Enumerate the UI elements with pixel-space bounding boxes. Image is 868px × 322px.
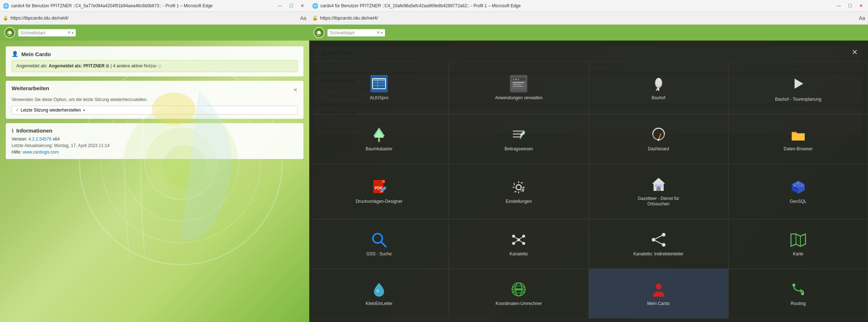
app-item-routing[interactable]: Routing xyxy=(728,269,868,318)
app-item-gss[interactable]: GSS - Suche xyxy=(309,219,449,269)
app-label-beitragswesen: Beitragswesen xyxy=(505,146,533,152)
right-restore-btn[interactable]: ☐ xyxy=(846,3,854,9)
app-item-karte[interactable]: Karte xyxy=(728,219,868,269)
app-label-daten-browser: Daten-Browser xyxy=(784,146,813,152)
svg-rect-22 xyxy=(513,84,522,85)
left-hilfe-text: Hilfe: www.cardogis.com xyxy=(12,150,298,155)
app-item-baumkataster[interactable]: Baumkataster xyxy=(309,114,449,164)
left-restore-btn[interactable]: ☐ xyxy=(287,3,295,9)
alkispro-icon xyxy=(370,75,388,92)
svg-point-9 xyxy=(318,31,320,34)
app-item-koordinaten[interactable]: Koordinaten-Umrechner xyxy=(449,269,588,318)
right-browser-title: cardo4 für Benutzer PFITZNER ::C4_10afe9… xyxy=(320,3,832,8)
anwendungen-icon xyxy=(510,75,527,92)
right-browser-controls: — ☐ ✕ xyxy=(834,3,865,9)
svg-rect-21 xyxy=(513,82,524,83)
klein-icon xyxy=(370,281,388,298)
right-schnellstart-box[interactable]: Schnellstart ✕ ▾ xyxy=(327,29,385,37)
right-lock-icon: 🔒 xyxy=(312,15,318,21)
app-item-druckvorlagen[interactable]: PDF Druckvorlagen-Designer xyxy=(309,164,449,219)
app-grid: ALKISpro xyxy=(309,58,868,322)
svg-point-1 xyxy=(8,31,11,34)
app-label-karte: Karte xyxy=(793,251,804,257)
druckvorlagen-icon: PDF xyxy=(370,179,388,196)
right-url[interactable]: https://ibpcardo.idu.de/net4/ xyxy=(320,15,857,21)
app-item-kanaletto-ind[interactable]: Kanaletto: Indirekteinleiter xyxy=(589,219,728,269)
left-browser-title: cardo4 für Benutzer PFITZNER ::C4_5a77e0… xyxy=(11,3,273,8)
app-item-bauhof[interactable]: Bauhof xyxy=(589,62,728,114)
kanaletto-icon xyxy=(510,231,527,248)
svg-point-18 xyxy=(513,79,514,80)
dashboard-icon xyxy=(650,126,667,143)
right-panel: 🌐 cardo4 für Benutzer PFITZNER ::C4_10af… xyxy=(309,0,868,322)
app-item-kanaletto[interactable]: Kanaletto xyxy=(449,219,588,269)
app-item-anwendungen[interactable]: Anwendungen verwalten xyxy=(449,62,588,114)
left-schnellstart-clear[interactable]: ✕ xyxy=(67,30,71,35)
app-label-mein-cardo: Mein Cardo xyxy=(647,301,670,307)
left-lock-icon: 🔒 xyxy=(3,16,8,21)
left-info-icon[interactable]: ⓘ xyxy=(158,64,161,68)
svg-point-80 xyxy=(514,290,524,293)
svg-line-71 xyxy=(654,240,664,245)
right-minimize-btn[interactable]: — xyxy=(834,3,843,9)
app-item-einstellungen[interactable]: Einstellungen xyxy=(449,164,588,219)
left-schnellstart-dropdown[interactable]: ▾ xyxy=(72,31,73,35)
app-label-kanaletto-ind: Kanaletto: Indirekteinleiter xyxy=(633,251,684,257)
svg-text:PDF: PDF xyxy=(375,186,383,190)
koordinaten-icon xyxy=(510,281,527,298)
right-translate-icon[interactable]: Aa xyxy=(859,15,865,21)
app-grid-overlay: ✕ ALKISpr xyxy=(309,41,868,322)
app-item-dashboard[interactable]: Dashboard xyxy=(589,114,728,164)
daten-browser-icon xyxy=(790,126,807,143)
left-url[interactable]: https://ibpcardo.idu.de/net4/ xyxy=(10,15,298,21)
kanaletto-ind-icon xyxy=(650,231,667,248)
app-item-daten-browser[interactable]: Daten-Browser xyxy=(728,114,868,164)
left-restore-dropdown-icon[interactable]: ▾ xyxy=(83,108,85,112)
left-mein-cardo-title: 👤 Mein Cardo xyxy=(12,51,298,57)
left-informationen-section: ℹ Informationen Version: 4.2.2.54576 x64… xyxy=(6,123,303,159)
left-hilfe-link[interactable]: www.cardogis.com xyxy=(23,150,59,155)
overlay-close-btn[interactable]: ✕ xyxy=(850,46,859,58)
right-close-btn[interactable]: ✕ xyxy=(857,3,865,9)
right-schnellstart-text: Schnellstart xyxy=(330,30,376,35)
svg-point-75 xyxy=(376,289,379,293)
gss-icon xyxy=(370,231,388,248)
app-item-geosql[interactable]: GeoSQL xyxy=(728,164,868,219)
left-separator: ⊞ | xyxy=(106,63,113,68)
right-address-bar: 🔒 https://ibpcardo.idu.de/net4/ Aa xyxy=(309,12,868,25)
left-browser-controls: — ☐ ✕ xyxy=(276,3,306,9)
svg-line-64 xyxy=(519,236,524,240)
right-browser-favicon: 🌐 xyxy=(312,3,318,9)
left-restore-button[interactable]: ✓ Letzte Sitzung wiederherstellen ▾ xyxy=(12,106,298,114)
app-item-klein[interactable]: KleinEinLeiter xyxy=(309,269,449,318)
app-item-gazetteer[interactable]: Gazetteer - Dienst für Ortssuchen xyxy=(589,164,728,219)
right-schnellstart-clear[interactable]: ✕ xyxy=(376,30,380,35)
svg-line-65 xyxy=(514,240,519,243)
left-schnellstart-box[interactable]: Schnellstart ✕ ▾ xyxy=(18,29,76,37)
svg-rect-29 xyxy=(378,138,380,142)
left-weiterarbeiten-close[interactable]: ✕ xyxy=(293,87,298,93)
app-item-mein-cardo[interactable]: Mein Cardo xyxy=(589,269,728,318)
app-item-alkispro[interactable]: ALKISpro xyxy=(309,62,449,114)
left-info-i-icon: ℹ xyxy=(12,128,13,134)
app-item-beitragswesen[interactable]: Beitragswesen xyxy=(449,114,588,164)
mein-cardo-icon xyxy=(650,281,667,298)
right-schnellstart-dropdown[interactable]: ▾ xyxy=(381,31,383,35)
svg-line-63 xyxy=(514,236,519,240)
left-version-link[interactable]: 4.2.2.54576 xyxy=(29,137,51,142)
left-weiterarbeiten-section: Weiterarbeiten ✕ Verwenden Sie diese Opt… xyxy=(6,81,303,119)
left-login-user: Angemeldet als: PFITZNER xyxy=(48,63,105,68)
app-label-bauhof-tour: Bauhof - Tourenplanung xyxy=(775,97,821,103)
geosql-icon xyxy=(790,179,807,196)
left-close-btn[interactable]: ✕ xyxy=(298,3,306,9)
svg-rect-34 xyxy=(513,136,520,138)
svg-line-27 xyxy=(656,88,658,90)
left-translate-icon[interactable]: Aa xyxy=(300,15,306,21)
app-label-baumkataster: Baumkataster xyxy=(366,146,392,152)
einstellungen-icon xyxy=(510,179,527,196)
left-restore-check-icon: ✓ xyxy=(16,108,19,113)
left-minimize-btn[interactable]: — xyxy=(276,3,284,9)
svg-point-44 xyxy=(522,189,523,190)
right-app-header: Schnellstart ✕ ▾ xyxy=(309,25,868,41)
app-item-bauhof-tour[interactable]: Bauhof - Tourenplanung xyxy=(728,62,868,114)
